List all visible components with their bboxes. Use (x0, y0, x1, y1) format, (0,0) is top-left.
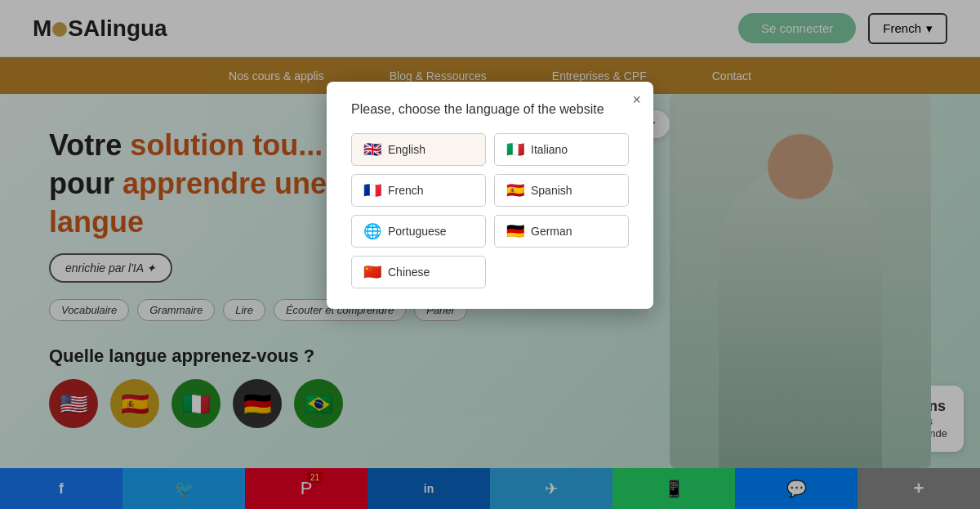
modal-close-button[interactable]: × (632, 92, 641, 109)
lang-option-german[interactable]: 🇩🇪 German (494, 215, 629, 248)
flag-spanish: 🇪🇸 (506, 181, 524, 199)
lang-label-english: English (388, 143, 425, 156)
flag-german: 🇩🇪 (506, 222, 524, 240)
lang-label-chinese: Chinese (388, 266, 430, 279)
lang-option-chinese[interactable]: 🇨🇳 Chinese (351, 256, 486, 288)
lang-label-spanish: Spanish (531, 184, 572, 197)
flag-chinese: 🇨🇳 (363, 263, 381, 281)
lang-option-portuguese[interactable]: 🌐 Portuguese (351, 215, 486, 248)
lang-option-spanish[interactable]: 🇪🇸 Spanish (494, 174, 629, 207)
lang-label-italiano: Italiano (531, 143, 568, 156)
page-background: MSAlingua Se connecter French ▾ Nos cour… (0, 0, 980, 509)
lang-label-german: German (531, 225, 572, 238)
modal-overlay: Please, choose the language of the websi… (0, 0, 980, 509)
language-modal: Please, choose the language of the websi… (327, 82, 653, 309)
lang-option-italiano[interactable]: 🇮🇹 Italiano (494, 133, 629, 166)
flag-portuguese: 🌐 (363, 222, 381, 240)
lang-label-french: French (388, 184, 424, 197)
lang-label-portuguese: Portuguese (388, 225, 447, 238)
lang-option-english[interactable]: 🇬🇧 English (351, 133, 486, 166)
modal-title: Please, choose the language of the websi… (351, 102, 629, 117)
flag-english: 🇬🇧 (363, 141, 381, 159)
flag-french: 🇫🇷 (363, 181, 381, 199)
language-grid: 🇬🇧 English 🇮🇹 Italiano 🇫🇷 French 🇪🇸 Span… (351, 133, 629, 288)
lang-option-french[interactable]: 🇫🇷 French (351, 174, 486, 207)
flag-italiano: 🇮🇹 (506, 141, 524, 159)
